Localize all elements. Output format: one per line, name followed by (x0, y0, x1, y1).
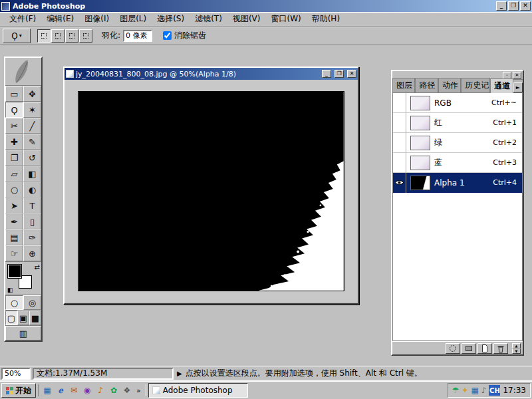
zoom-level-field[interactable]: 50% (1, 368, 31, 380)
default-colors-icon[interactable]: ◧ (7, 287, 13, 293)
antivirus-umbrella-icon[interactable]: ☂ (452, 386, 460, 395)
ime-language-indicator[interactable]: CH (489, 385, 500, 396)
channel-row-alpha1[interactable]: Alpha 1 Ctrl+4 (393, 173, 522, 193)
tool-notes[interactable]: ▤ (5, 229, 23, 245)
new-channel-button[interactable] (477, 343, 492, 354)
music-player-icon[interactable]: ♪ (94, 384, 106, 396)
document-close-button[interactable]: ✕ (347, 70, 356, 78)
tool-path-select[interactable]: ➤ (5, 198, 23, 213)
tool-clone-stamp[interactable]: ❐ (5, 150, 23, 166)
menu-item-file[interactable]: 文件(F) (4, 12, 41, 26)
minimize-button[interactable]: _ (496, 1, 507, 11)
menu-item-view[interactable]: 视图(V) (227, 12, 266, 26)
channel-row-green[interactable]: 绿 Ctrl+2 (393, 133, 522, 153)
standard-mode-button[interactable]: ○ (5, 295, 23, 310)
fullscreen-button[interactable]: ■ (29, 311, 41, 325)
tab-layers[interactable]: 图层 (392, 78, 415, 92)
start-label: 开始 (15, 385, 31, 396)
standard-screen-button[interactable]: ▢ (5, 311, 17, 325)
quick-launch-overflow[interactable]: » (134, 386, 143, 395)
tool-eraser[interactable]: ▱ (5, 166, 23, 182)
tool-type[interactable]: T (23, 198, 41, 213)
tool-blur[interactable]: ○ (5, 182, 23, 198)
channel-row-blue[interactable]: 蓝 Ctrl+3 (393, 153, 522, 173)
tab-actions[interactable]: 动作 (438, 78, 461, 92)
tool-hand[interactable]: ☞ (5, 245, 23, 261)
close-button[interactable]: ✕ (520, 1, 531, 11)
tool-shape[interactable]: ▯ (23, 213, 41, 229)
tool-brush[interactable]: ✎ (23, 134, 41, 150)
show-desktop-icon[interactable]: ▦ (41, 384, 53, 396)
menu-item-image[interactable]: 图像(I) (79, 12, 114, 26)
menu-item-window[interactable]: 窗口(W) (265, 12, 306, 26)
update-icon[interactable]: ✦ (462, 386, 468, 395)
load-selection-button[interactable] (446, 343, 460, 354)
selection-new-button[interactable] (37, 29, 51, 43)
save-selection-button[interactable] (462, 343, 476, 354)
tool-history-brush[interactable]: ↺ (23, 150, 41, 166)
fullscreen-menu-button[interactable]: ▣ (17, 311, 29, 325)
tool-healing-brush[interactable]: ✚ (5, 134, 23, 150)
menu-item-layer[interactable]: 图层(L) (114, 12, 152, 26)
palette-close-button[interactable]: ✕ (513, 72, 521, 79)
internet-explorer-icon[interactable]: e (55, 384, 66, 396)
tool-preset-picker[interactable]: Ϙ ▾ (3, 29, 31, 43)
restore-button[interactable]: ❐ (508, 1, 519, 11)
taskbar-button-photoshop[interactable]: Adobe Photoshop (148, 383, 248, 398)
visibility-toggle[interactable] (393, 173, 406, 193)
document-restore-button[interactable]: ❐ (334, 70, 344, 78)
tool-eyedropper[interactable]: ✑ (23, 229, 41, 245)
feather-input[interactable] (123, 30, 152, 42)
document-minimize-button[interactable]: _ (322, 70, 331, 78)
menu-item-filter[interactable]: 滤镜(T) (190, 12, 227, 26)
tool-move[interactable]: ✥ (23, 86, 41, 102)
display-icon[interactable]: ▦ (471, 386, 478, 395)
menu-item-select[interactable]: 选择(S) (152, 12, 190, 26)
tab-history[interactable]: 历史记 (461, 78, 490, 92)
messenger-icon[interactable]: ✿ (108, 384, 120, 396)
swap-colors-icon[interactable]: ⇄ (35, 263, 40, 271)
tab-channels[interactable]: 通道 (490, 78, 513, 93)
folder-tool-icon[interactable]: ❖ (121, 384, 133, 396)
tool-gradient[interactable]: ◧ (23, 166, 41, 182)
menu-item-help[interactable]: 帮助(H) (307, 12, 345, 26)
quick-launch-bar: ▦ e ✉ ◉ ♪ ✿ ❖ » (38, 384, 146, 396)
selection-subtract-button[interactable] (65, 29, 78, 43)
visibility-toggle[interactable] (393, 133, 406, 153)
channel-row-rgb[interactable]: RGB Ctrl+~ (393, 93, 522, 113)
antialias-checkbox[interactable] (163, 31, 172, 40)
quick-mask-button[interactable]: ◎ (23, 295, 41, 310)
tool-slice[interactable]: ╱ (23, 118, 41, 134)
tab-paths[interactable]: 路径 (415, 78, 438, 92)
image-canvas[interactable] (78, 91, 344, 291)
scroll-up-button[interactable]: ▲ (512, 343, 521, 348)
volume-icon[interactable]: ♪ (481, 386, 487, 395)
media-player-icon[interactable]: ◉ (81, 384, 93, 396)
delete-channel-button[interactable] (493, 343, 508, 354)
menu-item-edit[interactable]: 编辑(E) (41, 12, 79, 26)
foreground-color-swatch[interactable] (8, 265, 21, 278)
tool-rect-marquee[interactable]: ▭ (5, 86, 23, 102)
visibility-toggle[interactable] (393, 153, 406, 173)
tool-dodge[interactable]: ◐ (23, 182, 41, 198)
palette-minimize-button[interactable]: - (503, 72, 511, 79)
status-popup-arrow[interactable]: ▶ (177, 370, 182, 377)
visibility-toggle[interactable] (393, 113, 406, 133)
tool-crop[interactable]: ✂ (5, 118, 23, 134)
document-titlebar[interactable]: jy_20040831_800_08.jpg @ 50%(Alpha 1/8) … (65, 68, 358, 80)
load-selection-icon (448, 344, 458, 353)
tool-magic-wand[interactable]: ✶ (23, 102, 41, 118)
channel-row-red[interactable]: 红 Ctrl+1 (393, 113, 522, 133)
tab-scroll-arrow[interactable]: ► (513, 82, 523, 92)
tool-lasso[interactable]: Ϙ (5, 102, 23, 118)
tool-zoom[interactable]: ⊕ (23, 245, 41, 261)
visibility-toggle[interactable] (393, 93, 406, 113)
app-titlebar[interactable]: Adobe Photoshop _ ❐ ✕ (0, 0, 532, 12)
mail-icon[interactable]: ✉ (68, 384, 80, 396)
start-button[interactable]: 开始 (1, 383, 36, 398)
jump-to-imageready-button[interactable]: ▥ (5, 326, 41, 340)
selection-intersect-button[interactable] (79, 29, 92, 43)
selection-add-button[interactable] (51, 29, 65, 43)
tool-pen[interactable]: ✒ (5, 213, 23, 229)
scroll-down-button[interactable]: ▼ (512, 348, 521, 354)
